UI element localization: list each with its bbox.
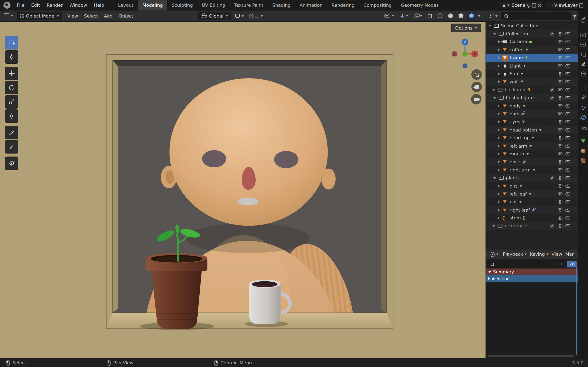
workspace-tab-compositing[interactable]: Compositing bbox=[359, 0, 396, 10]
pin-icon[interactable] bbox=[527, 4, 530, 7]
orientation-dropdown[interactable]: Global bbox=[199, 12, 231, 20]
outliner-row[interactable]: right leaf bbox=[486, 206, 578, 214]
tool-cursor[interactable] bbox=[5, 50, 18, 64]
tool-scale[interactable] bbox=[5, 95, 18, 109]
expander-icon[interactable] bbox=[498, 128, 500, 132]
tool-move[interactable] bbox=[5, 67, 18, 80]
outliner-row[interactable]: dirt bbox=[486, 182, 578, 190]
hide-in-viewport-icon[interactable] bbox=[558, 48, 562, 52]
hide-in-viewport-icon[interactable] bbox=[558, 144, 562, 148]
axis-y-handle[interactable] bbox=[462, 51, 468, 57]
disable-in-renders-icon[interactable] bbox=[566, 88, 570, 91]
outliner-row[interactable]: plants bbox=[486, 174, 578, 182]
expander-icon[interactable] bbox=[498, 40, 500, 43]
outliner-row[interactable]: left leaf bbox=[486, 190, 578, 198]
hide-in-viewport-icon[interactable] bbox=[558, 88, 562, 92]
expander-icon[interactable] bbox=[498, 217, 500, 220]
properties-tab-physics[interactable] bbox=[578, 112, 588, 122]
disable-in-renders-icon[interactable] bbox=[566, 64, 570, 67]
disable-in-renders-icon[interactable] bbox=[566, 225, 570, 227]
disable-in-renders-icon[interactable] bbox=[566, 56, 570, 59]
viewport-menu-view[interactable]: View bbox=[64, 10, 81, 22]
axis-z-negative-handle[interactable] bbox=[463, 63, 467, 68]
properties-tab-constraints[interactable] bbox=[578, 122, 588, 132]
hide-in-viewport-icon[interactable] bbox=[558, 96, 562, 100]
outliner-row[interactable]: frame bbox=[486, 54, 578, 62]
outliner-row[interactable]: pot bbox=[486, 198, 578, 206]
disable-in-renders-icon[interactable] bbox=[566, 217, 570, 220]
hide-in-viewport-icon[interactable] bbox=[558, 152, 562, 156]
disable-in-renders-icon[interactable] bbox=[566, 128, 570, 132]
zoom-button[interactable] bbox=[471, 69, 482, 80]
disable-in-renders-icon[interactable] bbox=[566, 48, 570, 51]
disable-in-renders-icon[interactable] bbox=[566, 168, 570, 171]
properties-tab-modifiers[interactable] bbox=[578, 93, 588, 103]
camera-view-button[interactable] bbox=[471, 94, 481, 104]
expander-icon[interactable] bbox=[498, 192, 500, 196]
expander-icon[interactable] bbox=[488, 277, 490, 280]
disable-in-renders-icon[interactable] bbox=[566, 160, 570, 164]
unlink-scene-icon[interactable] bbox=[538, 3, 541, 7]
properties-tab-output[interactable] bbox=[578, 40, 588, 50]
new-view-layer-icon[interactable] bbox=[579, 3, 583, 7]
workspace-tab-layout[interactable]: Layout bbox=[113, 0, 138, 10]
expander-icon[interactable] bbox=[498, 160, 500, 164]
disable-in-renders-icon[interactable] bbox=[566, 120, 570, 123]
outliner-row[interactable]: right arm bbox=[486, 166, 578, 174]
hide-in-viewport-icon[interactable] bbox=[558, 56, 562, 59]
disable-in-renders-icon[interactable] bbox=[566, 112, 570, 115]
properties-tab-render[interactable] bbox=[578, 30, 588, 40]
properties-tab-texture[interactable] bbox=[578, 156, 588, 166]
snap-toggle[interactable] bbox=[233, 12, 245, 20]
expander-icon[interactable] bbox=[498, 136, 500, 140]
outliner-row[interactable]: Collection bbox=[486, 30, 578, 38]
exclude-checkbox[interactable] bbox=[550, 31, 555, 36]
hide-in-viewport-icon[interactable] bbox=[558, 40, 562, 43]
tool-tweak-box-select[interactable] bbox=[5, 36, 18, 49]
summary-row[interactable]: Summary bbox=[486, 268, 578, 275]
expander-icon[interactable] bbox=[488, 271, 491, 273]
tool-annotate[interactable] bbox=[5, 126, 18, 139]
outliner-row[interactable]: body bbox=[486, 102, 578, 110]
timeline-menu-keying[interactable]: Keying bbox=[528, 252, 550, 257]
viewport-menu-select[interactable]: Select bbox=[81, 10, 101, 22]
expander-icon[interactable] bbox=[498, 64, 500, 67]
hide-in-viewport-icon[interactable] bbox=[558, 208, 562, 212]
disable-in-renders-icon[interactable] bbox=[566, 136, 570, 140]
object-visibility-dropdown[interactable] bbox=[383, 12, 396, 20]
outliner-row[interactable]: backup5 bbox=[486, 86, 578, 94]
menu-edit[interactable]: Edit bbox=[28, 3, 43, 8]
navigation-gizmo[interactable]: Z X bbox=[449, 37, 481, 68]
outliner-search[interactable] bbox=[502, 12, 571, 20]
shading-wireframe-button[interactable] bbox=[436, 12, 444, 20]
xray-toggle[interactable] bbox=[426, 12, 433, 20]
hide-in-viewport-icon[interactable] bbox=[558, 168, 562, 172]
hide-in-viewport-icon[interactable] bbox=[558, 112, 562, 116]
outliner-row[interactable]: nose bbox=[486, 158, 578, 166]
outliner-row[interactable]: left arm bbox=[486, 142, 578, 150]
proportional-editing-toggle[interactable] bbox=[247, 12, 264, 20]
workspace-tab-animation[interactable]: Animation bbox=[295, 0, 327, 10]
hide-in-viewport-icon[interactable] bbox=[558, 216, 562, 220]
workspace-tab-sculpting[interactable]: Sculpting bbox=[167, 0, 197, 10]
expander-icon[interactable] bbox=[493, 88, 495, 91]
outliner-row[interactable]: ears bbox=[486, 110, 578, 118]
disable-in-renders-icon[interactable] bbox=[566, 144, 570, 147]
properties-tab-world[interactable] bbox=[578, 69, 588, 79]
expander-icon[interactable] bbox=[498, 144, 500, 147]
menu-help[interactable]: Help bbox=[90, 3, 107, 8]
expander-icon[interactable] bbox=[498, 120, 500, 123]
disable-in-renders-icon[interactable] bbox=[566, 96, 570, 99]
outliner-row[interactable]: head botton bbox=[486, 126, 578, 134]
exclude-checkbox[interactable] bbox=[550, 224, 555, 228]
timeline-menu-mar[interactable]: Mar bbox=[564, 252, 575, 257]
viewport-menu-object[interactable]: Object bbox=[116, 10, 136, 22]
workspace-tab-rendering[interactable]: Rendering bbox=[327, 0, 359, 10]
scene-channel-row[interactable]: Scene bbox=[486, 275, 578, 282]
outliner-row[interactable]: head top bbox=[486, 134, 578, 142]
expander-icon[interactable] bbox=[493, 33, 496, 35]
expander-icon[interactable] bbox=[498, 104, 500, 108]
expander-icon[interactable] bbox=[498, 208, 500, 211]
outliner-row[interactable]: references bbox=[486, 222, 578, 230]
outliner-row[interactable]: wall bbox=[486, 78, 578, 86]
